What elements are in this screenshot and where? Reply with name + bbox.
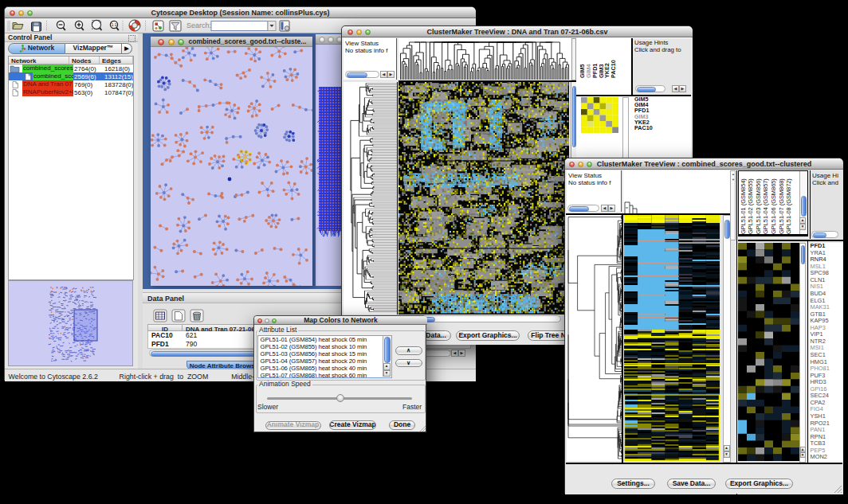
svg-text:1:1: 1:1: [112, 22, 117, 27]
svg-text:GPL51-01 (GSM854): GPL51-01 (GSM854): [739, 178, 746, 234]
svg-text:GPL51-06 (GSM865): GPL51-06 (GSM865): [769, 178, 776, 234]
svg-text:GPL51-02 (GSM855): GPL51-02 (GSM855): [747, 178, 754, 234]
svg-text:Search:: Search:: [186, 21, 211, 29]
svg-text:GPL51-07 (GSM868): GPL51-07 (GSM868): [777, 178, 784, 234]
svg-text:GPL51-04 (GSM857): GPL51-04 (GSM857): [762, 178, 769, 234]
svg-text:GPL51-03 (GSM856): GPL51-03 (GSM856): [754, 178, 761, 234]
svg-text:GPL51-08 (GSM872): GPL51-08 (GSM872): [785, 178, 792, 234]
svg-text:PAC10: PAC10: [610, 60, 617, 78]
